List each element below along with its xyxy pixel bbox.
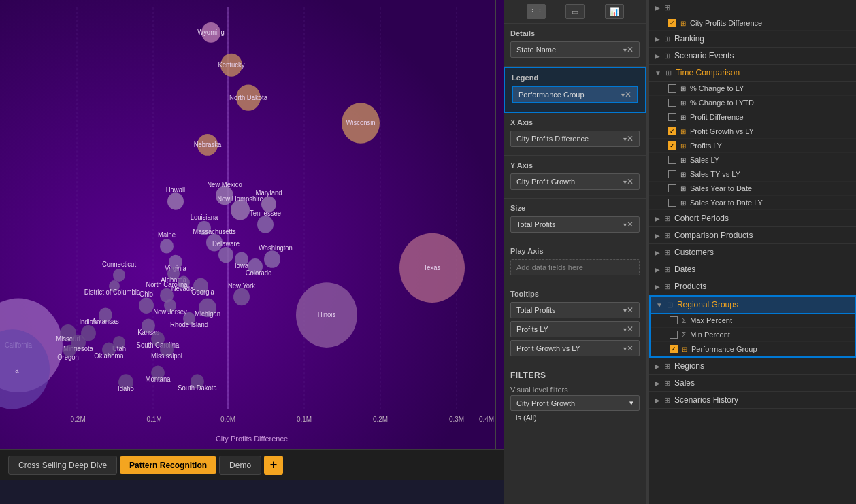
- expand-icon: ▶: [655, 232, 660, 239]
- measure-icon: ⊞: [680, 185, 686, 192]
- svg-point-67: [139, 298, 154, 314]
- checkbox-sales-ty[interactable]: [668, 170, 676, 178]
- tab-pattern-recognition[interactable]: Pattern Recognition: [120, 456, 216, 474]
- field-item-sales-ly[interactable]: ⊞ Sales LY: [649, 153, 856, 167]
- tooltip-profit-growth[interactable]: Profit Growth vs LY ▾ ✕: [510, 340, 640, 356]
- field-group-sales-header[interactable]: ▶ ⊞ Sales: [649, 375, 856, 392]
- chart-view-icon[interactable]: 📊: [605, 4, 624, 19]
- svg-point-69: [164, 299, 176, 312]
- field-label: Profit Growth vs LY: [690, 127, 754, 135]
- legend-title: Legend: [512, 73, 638, 82]
- svg-point-51: [264, 250, 280, 268]
- checkbox-profits-ly[interactable]: [668, 141, 676, 150]
- tooltip-total-profits[interactable]: Total Profits ▾ ✕: [510, 302, 640, 318]
- field-item-sales-ytd[interactable]: ⊞ Sales Year to Date: [649, 182, 856, 196]
- svg-text:-0.1M: -0.1M: [144, 415, 162, 422]
- checkbox-max-percent[interactable]: [670, 316, 678, 324]
- table-icon: ⊞: [664, 214, 670, 223]
- field-group-scenarios-header[interactable]: ▶ ⊞ Scenarios History: [649, 392, 856, 409]
- size-field[interactable]: Total Profits ▾ ✕: [510, 216, 640, 233]
- field-label: Sales Year to Date LY: [690, 199, 763, 207]
- list-view-icon[interactable]: ▭: [565, 4, 585, 19]
- scatter-chart[interactable]: California a Texas Illinois Wisconsin No…: [0, 0, 504, 449]
- tooltips-section: Tooltips Total Profits ▾ ✕ Profits LY ▾ …: [504, 284, 646, 365]
- field-group-dates: ▶ ⊞ Dates: [649, 261, 856, 278]
- tab-demo[interactable]: Demo: [219, 456, 261, 475]
- expand-icon: ▶: [655, 397, 660, 404]
- field-group-regional-header[interactable]: ▼ ⊞ Regional Groups: [651, 297, 855, 314]
- expand-icon: ▶: [655, 249, 660, 256]
- table-icon: ⊞: [664, 231, 670, 240]
- field-item-min-percent[interactable]: Σ Min Percent: [651, 328, 855, 342]
- expand-icon: ▶: [655, 52, 660, 60]
- table-icon: ⊞: [664, 3, 670, 12]
- field-group-time-comparison-header[interactable]: ▼ ⊞ Time Comparison: [649, 65, 856, 82]
- svg-point-77: [142, 318, 155, 333]
- checkbox-city-profits-diff[interactable]: [668, 19, 676, 27]
- x-axis-field[interactable]: City Profits Difference ▾ ✕: [510, 131, 640, 147]
- svg-point-21: [220, 54, 242, 77]
- field-group-customers-header[interactable]: ▶ ⊞ Customers: [649, 244, 856, 261]
- field-item-profit-difference[interactable]: ⊞ Profit Difference: [649, 110, 856, 124]
- field-label: Sales LY: [690, 156, 719, 164]
- svg-point-27: [216, 186, 233, 205]
- y-axis-title: Y Axis: [510, 161, 640, 169]
- tooltip-profits-ly[interactable]: Profits LY ▾ ✕: [510, 321, 640, 337]
- filter-city-profit-growth[interactable]: City Profit Growth ▾: [510, 395, 640, 411]
- play-axis-placeholder[interactable]: Add data fields here: [510, 259, 640, 275]
- visual-level-label: Visual level filters: [510, 386, 640, 394]
- remove-field-icon[interactable]: ✕: [627, 306, 633, 314]
- field-group-cohort-header[interactable]: ▶ ⊞ Cohort Periods: [649, 210, 856, 227]
- field-group-ranking-header[interactable]: ▶ ⊞ Ranking: [649, 31, 856, 48]
- field-group-scenario-events: ▶ ⊞ Scenario Events: [649, 48, 856, 65]
- field-item-profit-growth-vs-ly[interactable]: ⊞ Profit Growth vs LY: [649, 124, 856, 139]
- remove-field-icon[interactable]: ✕: [625, 90, 631, 99]
- viz-panel-header: ⋮⋮ ▭ 📊: [504, 0, 646, 24]
- field-label-max-percent: Max Percent: [690, 316, 732, 324]
- svg-point-13: [399, 233, 465, 303]
- remove-field-icon[interactable]: ✕: [627, 178, 633, 186]
- field-item-profits-ly[interactable]: ⊞ Profits LY: [649, 139, 856, 153]
- field-item-max-percent[interactable]: Σ Max Percent: [651, 314, 855, 328]
- legend-field-performance-group[interactable]: Performance Group ▾ ✕: [512, 86, 638, 103]
- tab-cross-selling[interactable]: Cross Selling Deep Dive: [8, 456, 117, 475]
- y-axis-field[interactable]: City Profit Growth ▾ ✕: [510, 173, 640, 190]
- remove-field-icon[interactable]: ✕: [627, 344, 633, 352]
- checkbox-profit-diff[interactable]: [668, 113, 676, 121]
- field-group-comparison-header[interactable]: ▶ ⊞ Comparison Products: [649, 227, 856, 244]
- expand-icon: ▶: [655, 215, 660, 222]
- remove-field-icon[interactable]: ✕: [627, 46, 633, 54]
- checkbox-performance-group[interactable]: [670, 345, 678, 353]
- svg-point-65: [233, 288, 250, 306]
- details-field-state-name[interactable]: State Name ▾ ✕: [510, 41, 640, 58]
- checkbox-profit-growth[interactable]: [668, 127, 676, 135]
- svg-point-25: [197, 134, 218, 156]
- group-name-ranking: Ranking: [674, 34, 851, 44]
- checkbox-sales-ly[interactable]: [668, 156, 676, 164]
- field-group-scenario-events-header[interactable]: ▶ ⊞ Scenario Events: [649, 48, 856, 65]
- remove-field-icon[interactable]: ✕: [627, 135, 633, 143]
- checkbox-min-percent[interactable]: [670, 331, 678, 339]
- field-group-regions-header[interactable]: ▶ ⊞ Regions: [649, 358, 856, 375]
- field-group-products: ▶ ⊞ Products: [649, 278, 856, 295]
- grid-view-icon[interactable]: ⋮⋮: [527, 4, 546, 19]
- field-group-city-profits-header[interactable]: ▶ ⊞: [649, 0, 856, 16]
- group-name-regional: Regional Groups: [677, 300, 849, 309]
- checkbox-sales-ytd-ly[interactable]: [668, 199, 676, 207]
- checkbox-change-lytd[interactable]: [668, 99, 676, 107]
- field-item-city-profits-diff[interactable]: ⊞ City Profits Difference: [649, 16, 856, 31]
- field-item-change-to-ly[interactable]: ⊞ % Change to LY: [649, 82, 856, 96]
- remove-field-icon[interactable]: ✕: [627, 325, 633, 333]
- filter-dropdown-arrow-icon[interactable]: ▾: [629, 399, 633, 407]
- checkbox-sales-ytd[interactable]: [668, 184, 676, 192]
- field-group-products-header[interactable]: ▶ ⊞ Products: [649, 278, 856, 295]
- remove-field-icon[interactable]: ✕: [627, 220, 633, 229]
- field-group-dates-header[interactable]: ▶ ⊞ Dates: [649, 261, 856, 278]
- field-item-sales-ty-vs-ly[interactable]: ⊞ Sales TY vs LY: [649, 167, 856, 182]
- field-item-performance-group[interactable]: ⊞ Performance Group: [651, 342, 855, 356]
- field-item-sales-ytd-ly[interactable]: ⊞ Sales Year to Date LY: [649, 196, 856, 210]
- field-group-comparison-products: ▶ ⊞ Comparison Products: [649, 227, 856, 244]
- checkbox-change-ly[interactable]: [668, 84, 676, 93]
- field-item-change-to-lytd[interactable]: ⊞ % Change to LYTD: [649, 96, 856, 110]
- add-tab-button[interactable]: +: [264, 456, 283, 475]
